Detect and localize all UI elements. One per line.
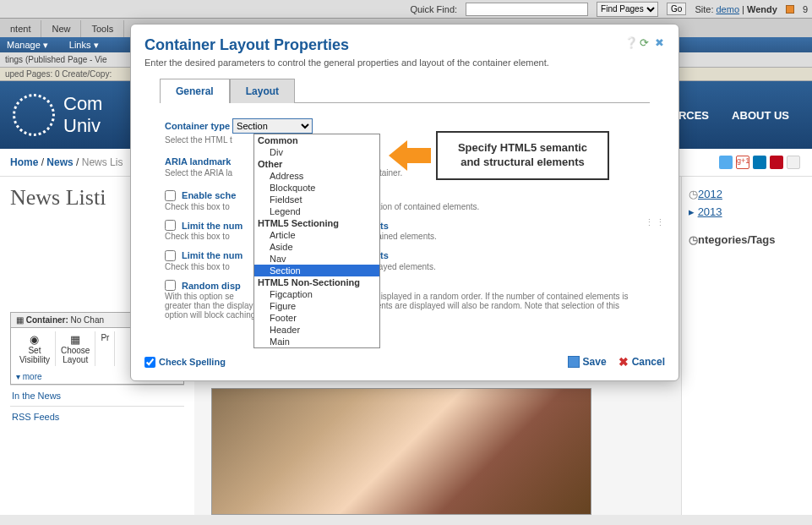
site-logo[interactable]: ComUniv xyxy=(13,93,102,137)
group-h5sec: HTML5 Sectioning xyxy=(254,217,379,229)
close-icon[interactable]: ✖ xyxy=(655,36,667,48)
opt-nav[interactable]: Nav xyxy=(254,253,379,265)
resize-handle[interactable]: ⋮⋮ xyxy=(645,217,667,228)
find-pages-select[interactable]: Find Pages xyxy=(597,2,658,17)
right-column: ◷2012 ▸ 2013 ◷ntegories/Tags xyxy=(681,177,812,515)
sidelink-in-news[interactable]: In the News xyxy=(10,385,184,406)
choose-layout-button[interactable]: ▦ChooseLayout xyxy=(56,331,95,366)
limit-contained-help: Check this box tof contained elements. xyxy=(165,232,645,241)
admin-topbar: Quick Find: Find Pages Go Site: demo | W… xyxy=(0,0,812,19)
mail-icon[interactable] xyxy=(787,156,800,169)
enable-sched-row: Enable sche Check this box tonalization … xyxy=(165,189,645,211)
random-checkbox[interactable] xyxy=(165,280,176,291)
random-help: With this option ses will be displayed i… xyxy=(165,292,645,320)
twitter-icon[interactable] xyxy=(719,156,733,169)
notification-icon[interactable] xyxy=(786,5,794,14)
tab-content[interactable]: ntent xyxy=(0,20,41,37)
aria-label: ARIA landmark xyxy=(165,156,231,167)
limit-displayed-row: Limit the numents Check this box tof dis… xyxy=(165,249,645,271)
enable-sched-checkbox[interactable] xyxy=(165,190,176,201)
cancel-icon: ✖ xyxy=(619,355,629,369)
tab-general[interactable]: General xyxy=(160,79,230,103)
group-common: Common xyxy=(254,134,379,146)
crumb-news[interactable]: News xyxy=(46,156,73,168)
opt-main[interactable]: Main xyxy=(254,336,379,347)
quick-find-label: Quick Find: xyxy=(410,4,457,14)
callout-box: Specify HTML5 semanticand structural ele… xyxy=(436,131,609,180)
opt-footer[interactable]: Footer xyxy=(254,312,379,324)
sidelink-rss[interactable]: RSS Feeds xyxy=(10,406,184,427)
help-icon[interactable]: ❔ xyxy=(624,36,636,48)
tab-layout[interactable]: Layout xyxy=(230,79,295,103)
container-type-label: Container type xyxy=(165,121,230,131)
annotation-callout: Specify HTML5 semanticand structural ele… xyxy=(389,131,609,180)
crumb-home[interactable]: Home xyxy=(10,156,38,168)
group-other: Other xyxy=(254,158,379,170)
limit-displayed-help: Check this box tof displayed elements. xyxy=(165,262,645,271)
year-2012[interactable]: ◷2012 xyxy=(689,185,805,203)
enable-sched-label: Enable sche xyxy=(182,190,236,200)
container-type-select[interactable]: Section xyxy=(232,118,313,134)
go-button[interactable]: Go xyxy=(667,3,686,15)
opt-figcaption[interactable]: Figcaption xyxy=(254,288,379,300)
refresh-icon[interactable]: ⟳ xyxy=(640,36,651,48)
opt-section[interactable]: Section xyxy=(254,265,379,276)
opt-article[interactable]: Article xyxy=(254,229,379,241)
arrow-left-icon xyxy=(389,140,407,171)
check-spelling-checkbox[interactable] xyxy=(144,357,155,368)
quick-find-input[interactable] xyxy=(466,3,588,16)
enable-sched-help: Check this box tonalization of contained… xyxy=(165,202,645,211)
opt-fieldset[interactable]: Fieldset xyxy=(254,194,379,205)
dialog-title: Container Layout Properties xyxy=(144,36,665,54)
opt-blockquote[interactable]: Blockquote xyxy=(254,182,379,194)
linkedin-icon[interactable] xyxy=(753,156,766,169)
check-spelling-label: Check Spelling xyxy=(159,357,226,367)
gplus-icon[interactable]: g+1 xyxy=(736,156,749,169)
nav-about[interactable]: ABOUT US xyxy=(722,109,799,122)
cancel-button[interactable]: ✖Cancel xyxy=(619,355,665,369)
year-2013[interactable]: ▸ 2013 xyxy=(689,203,805,221)
categories-heading: ◷ntegories/Tags xyxy=(689,231,805,249)
opt-legend[interactable]: Legend xyxy=(254,205,379,217)
tab-tools[interactable]: Tools xyxy=(81,20,124,37)
save-button[interactable]: Save xyxy=(568,356,607,368)
logo-text: ComUniv xyxy=(63,93,102,137)
opt-div[interactable]: Div xyxy=(254,146,379,158)
site-link[interactable]: demo xyxy=(717,4,740,14)
crumb-current: News Lis xyxy=(82,156,123,168)
properties-button[interactable]: Pr xyxy=(95,331,115,366)
manage-menu[interactable]: Manage ▾ xyxy=(7,40,48,51)
opt-address[interactable]: Address xyxy=(254,170,379,182)
group-h5non: HTML5 Non-Sectioning xyxy=(254,276,379,288)
opt-header[interactable]: Header xyxy=(254,324,379,336)
dialog-footer: Check Spelling Save ✖Cancel xyxy=(131,348,678,380)
dialog-tabs: General Layout xyxy=(160,78,650,103)
tab-new[interactable]: New xyxy=(41,20,81,37)
site-label: Site: demo | Wendy xyxy=(695,4,777,14)
links-menu[interactable]: Links ▾ xyxy=(69,40,99,51)
limit-contained-checkbox[interactable] xyxy=(165,220,176,231)
wreath-icon xyxy=(13,94,55,136)
opt-aside[interactable]: Aside xyxy=(254,241,379,253)
dialog-subtitle: Enter the desired parameters to control … xyxy=(144,57,665,68)
limit-displayed-checkbox[interactable] xyxy=(165,250,176,261)
opt-figure[interactable]: Figure xyxy=(254,300,379,312)
arrow-body xyxy=(407,148,431,163)
random-label: Random disp xyxy=(182,281,241,291)
save-icon xyxy=(568,356,580,368)
container-layout-dialog: ❔ ⟳ ✖ Container Layout Properties Enter … xyxy=(130,24,679,381)
set-visibility-button[interactable]: ◉SetVisibility xyxy=(14,331,56,366)
limit-contained-row: Limit the numents Check this box tof con… xyxy=(165,220,645,242)
container-type-dropdown[interactable]: Common Div Other Address Blockquote Fiel… xyxy=(253,134,380,348)
article-photo xyxy=(211,388,591,515)
pinterest-icon[interactable] xyxy=(770,156,783,169)
random-row: Random disp With this option ses will be… xyxy=(165,280,645,320)
